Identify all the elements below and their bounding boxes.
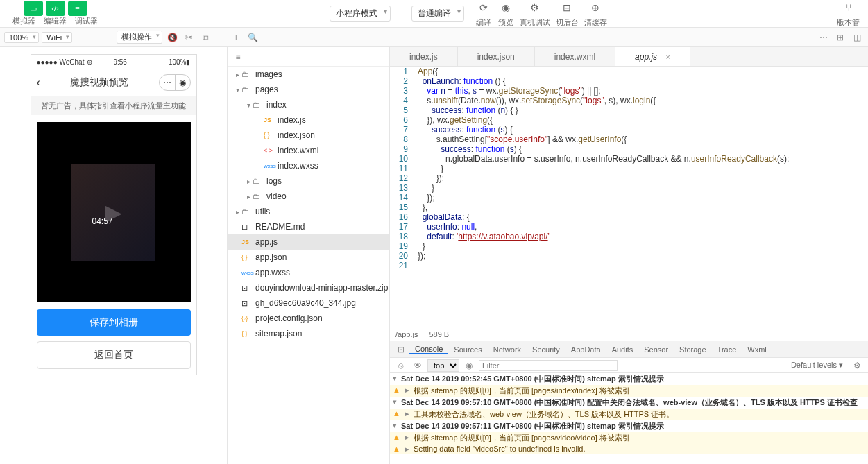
- toolbar-action-切后台[interactable]: ⊟切后台: [556, 0, 579, 28]
- file-item[interactable]: ▾🗀pages: [228, 82, 389, 97]
- code-body[interactable]: App({ onLaunch: function () { var n = th…: [415, 67, 868, 327]
- file-item[interactable]: ▸🗀video: [228, 189, 389, 204]
- live-icon[interactable]: ◉: [462, 359, 476, 372]
- debugger-toggle-button[interactable]: ≡: [68, 1, 87, 16]
- phone-navbar: ‹ 魔搜视频预览 ⋯ ◉: [31, 69, 196, 96]
- filter-input[interactable]: [479, 360, 618, 371]
- file-item[interactable]: ▸🗀logs: [228, 173, 389, 189]
- compile-select[interactable]: 普通编译: [411, 6, 464, 22]
- file-path: /app.js: [395, 330, 418, 338]
- file-item[interactable]: ⊡gh_d69ec60a9c40_344.jpg: [228, 295, 389, 311]
- file-icon: {◦}: [241, 315, 253, 322]
- file-label: pages: [255, 85, 278, 94]
- devtools-tab[interactable]: Sensor: [638, 345, 674, 354]
- network-select[interactable]: WiFi: [42, 32, 72, 43]
- clear-console-icon[interactable]: ⦸: [394, 359, 408, 372]
- file-icon: { }: [264, 132, 275, 139]
- save-album-button[interactable]: 保存到相册: [37, 309, 191, 336]
- battery-icon: ▮: [186, 58, 190, 66]
- editor-tab[interactable]: app.js×: [615, 47, 690, 66]
- popout-icon[interactable]: ⧉: [198, 31, 212, 44]
- devtools-tab[interactable]: Audits: [606, 345, 639, 354]
- file-item[interactable]: JSindex.js: [228, 112, 389, 128]
- file-icon: < >: [264, 147, 275, 154]
- devtools-tab[interactable]: Security: [527, 345, 565, 354]
- sub-toolbar: 100% WiFi 模拟操作 🔇 ✂ ⧉ + 🔍 ⋯ ⊞ ◫: [0, 28, 868, 47]
- expand-icon[interactable]: ▸: [405, 386, 414, 395]
- console-line: ▲▸Setting data field "videoSrc" to undef…: [390, 444, 868, 454]
- capsule-menu-icon[interactable]: ⋯: [160, 75, 175, 90]
- file-item[interactable]: { }index.json: [228, 128, 389, 143]
- expand-icon[interactable]: ▾: [393, 397, 401, 406]
- file-icon: { }: [241, 330, 253, 337]
- code-editor[interactable]: 123456789101112131415161718192021 App({ …: [390, 67, 868, 327]
- console-filter-bar: ⦸ 👁 top ◉ Default levels ▾ ⚙: [390, 358, 868, 373]
- file-item[interactable]: wxssindex.wxss: [228, 158, 389, 173]
- collapse-icon[interactable]: ≡: [232, 51, 244, 63]
- file-item[interactable]: JSapp.js: [228, 234, 389, 250]
- editor-tab[interactable]: index.wxml: [535, 47, 615, 66]
- expand-icon[interactable]: ▸: [405, 445, 414, 454]
- chevron-icon: ▸: [233, 208, 241, 216]
- toolbar-action-真机调试[interactable]: ⚙真机调试: [520, 0, 550, 28]
- more-icon[interactable]: ⋯: [817, 31, 831, 44]
- devtools-tabs: ⊡ ConsoleSourcesNetworkSecurityAppDataAu…: [390, 341, 868, 358]
- gear-icon[interactable]: ⚙: [850, 359, 864, 372]
- file-item[interactable]: ▾🗀index: [228, 97, 389, 112]
- settings-icon[interactable]: ⊞: [833, 31, 847, 44]
- editor-toggle-button[interactable]: ‹/›: [46, 1, 65, 16]
- sim-action-select[interactable]: 模拟操作: [117, 31, 162, 44]
- expand-icon[interactable]: ▾: [393, 374, 401, 383]
- devtools-tab[interactable]: AppData: [565, 345, 606, 354]
- file-item[interactable]: wxssapp.wxss: [228, 265, 389, 280]
- back-home-button[interactable]: 返回首页: [37, 341, 191, 369]
- devtools-tab[interactable]: Trace: [712, 345, 742, 354]
- simulator-toggle-button[interactable]: ▭: [24, 1, 43, 16]
- split-icon[interactable]: ◫: [850, 31, 864, 44]
- video-player[interactable]: ▶ 04:57: [37, 122, 191, 302]
- file-size: 589 B: [429, 330, 449, 338]
- eye-icon[interactable]: 👁: [411, 359, 425, 372]
- console-log[interactable]: ▾Sat Dec 14 2019 09:52:45 GMT+0800 (中国标准…: [390, 373, 868, 464]
- file-item[interactable]: ⊡douyindownload-miniapp-master.zip: [228, 280, 389, 295]
- editor-tab[interactable]: index.js: [390, 47, 458, 66]
- editor-statusbar: /app.js 589 B: [390, 327, 868, 341]
- line-gutter: 123456789101112131415161718192021: [390, 67, 415, 327]
- search-icon[interactable]: 🔍: [246, 31, 259, 44]
- file-icon: 🗀: [241, 70, 253, 78]
- add-icon[interactable]: +: [229, 31, 243, 44]
- devtools-tab[interactable]: Wxml: [742, 345, 772, 354]
- file-item[interactable]: < >index.wxml: [228, 143, 389, 158]
- toolbar-action-编译[interactable]: ⟳编译: [475, 0, 492, 28]
- devtools-tab[interactable]: Storage: [674, 345, 712, 354]
- file-icon: ⊟: [241, 223, 253, 232]
- editor-tab[interactable]: index.json: [458, 47, 535, 66]
- log-levels-select[interactable]: Default levels ▾: [791, 361, 843, 370]
- file-item[interactable]: ▸🗀utils: [228, 204, 389, 219]
- expand-icon[interactable]: ▸: [405, 433, 414, 442]
- capsule-close-icon[interactable]: ◉: [175, 75, 190, 90]
- mute-icon[interactable]: 🔇: [165, 31, 179, 44]
- zoom-select[interactable]: 100%: [4, 32, 39, 43]
- file-label: index.wxml: [278, 146, 318, 155]
- file-item[interactable]: { }sitemap.json: [228, 326, 389, 341]
- devtools-tab[interactable]: Console: [409, 345, 448, 354]
- context-select[interactable]: top: [427, 359, 459, 372]
- carrier-label: ●●●●● WeChat: [37, 58, 85, 66]
- file-item[interactable]: {◦}project.config.json: [228, 311, 389, 326]
- version-button[interactable]: ⑂ 版本管: [837, 0, 860, 28]
- expand-icon[interactable]: ▸: [405, 409, 414, 418]
- devtools-tab[interactable]: Sources: [448, 345, 487, 354]
- cut-icon[interactable]: ✂: [182, 31, 196, 44]
- file-item[interactable]: { }app.json: [228, 250, 389, 265]
- file-item[interactable]: ⊟README.md: [228, 219, 389, 234]
- devtools-tab[interactable]: Network: [488, 345, 527, 354]
- toolbar-action-清缓存[interactable]: ⊕清缓存: [584, 0, 607, 28]
- toolbar-action-预览[interactable]: ◉预览: [497, 0, 514, 28]
- inspect-icon[interactable]: ⊡: [394, 343, 408, 356]
- mode-select[interactable]: 小程序模式: [330, 6, 391, 22]
- close-tab-icon[interactable]: ×: [665, 53, 670, 61]
- signal-icon: ⊕: [87, 58, 92, 66]
- file-item[interactable]: ▸🗀images: [228, 67, 389, 82]
- expand-icon[interactable]: ▾: [393, 421, 401, 430]
